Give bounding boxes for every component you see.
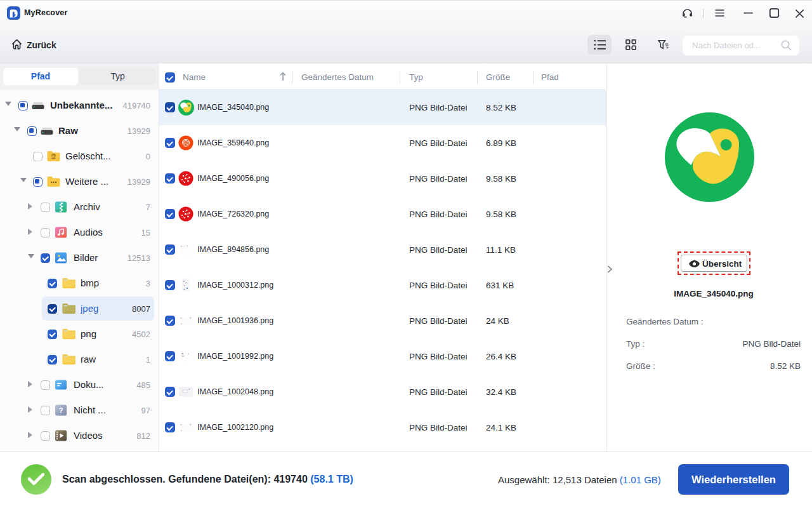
- svg-text:?: ?: [59, 406, 63, 414]
